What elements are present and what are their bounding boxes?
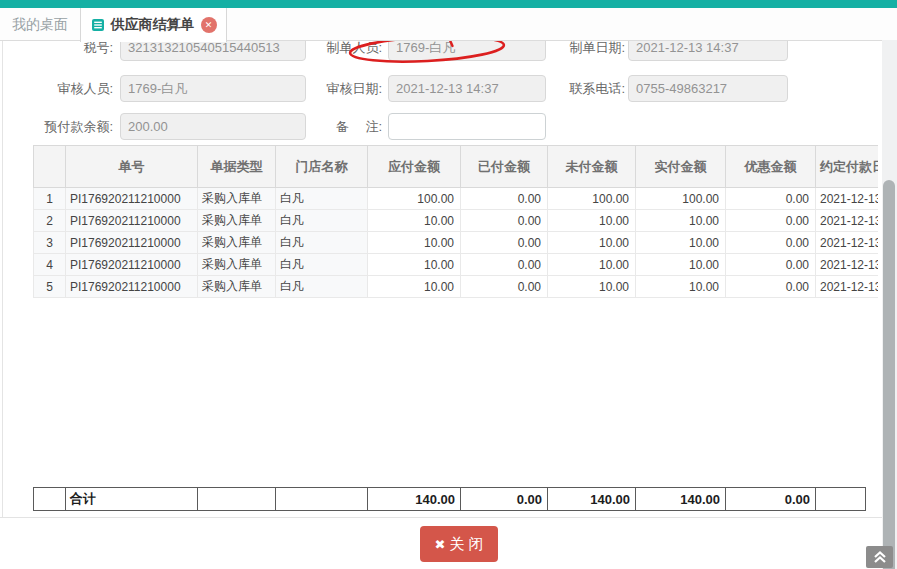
supplier-settlement-window: 我的桌面 供应商结算单 ✕ 税号: 制单人员: 制单日期: 审核人员: 审核日期… xyxy=(0,0,897,569)
col-agreed-date: 约定付款日期 xyxy=(816,146,879,188)
double-chevron-up-icon xyxy=(872,550,888,564)
footer-bar: ✖ 关 闭 xyxy=(0,517,897,569)
document-list-icon xyxy=(91,18,105,32)
close-button-label: 关 闭 xyxy=(449,535,483,554)
col-bill-no: 单号 xyxy=(66,146,198,188)
total-payable: 140.00 xyxy=(368,488,461,511)
col-store: 门店名称 xyxy=(276,146,368,188)
auditor-field[interactable] xyxy=(120,75,306,102)
prepaid-balance-label: 预付款余额: xyxy=(20,113,113,140)
total-paid: 0.00 xyxy=(461,488,548,511)
audit-date-label: 审核日期: xyxy=(300,75,382,102)
tab-close-icon[interactable]: ✕ xyxy=(201,17,217,33)
tab-supplier-settlement[interactable]: 供应商结算单 ✕ xyxy=(80,8,227,42)
tab-label: 供应商结算单 xyxy=(111,16,195,34)
col-discount: 优惠金额 xyxy=(726,146,816,188)
table-row[interactable]: 4 PI176920211210000 采购入库单 白凡 10.00 0.00 … xyxy=(34,254,879,276)
col-bill-type: 单据类型 xyxy=(198,146,276,188)
col-unpaid: 未付金额 xyxy=(548,146,636,188)
scrollbar-thumb[interactable] xyxy=(883,180,895,569)
top-accent-bar xyxy=(0,0,897,8)
auditor-label: 审核人员: xyxy=(20,75,113,102)
total-discount: 0.00 xyxy=(726,488,816,511)
table-row[interactable]: 1 PI176920211210000 采购入库单 白凡 100.00 0.00… xyxy=(34,188,879,210)
totals-row: 合计 140.00 0.00 140.00 140.00 0.00 xyxy=(33,487,875,513)
col-payable: 应付金额 xyxy=(368,146,461,188)
col-paid: 已付金额 xyxy=(461,146,548,188)
settlement-table: 单号 单据类型 门店名称 应付金额 已付金额 未付金额 实付金额 优惠金额 约定… xyxy=(33,145,878,303)
col-rownum xyxy=(34,146,66,188)
table-row[interactable]: 2 PI176920211210000 采购入库单 白凡 10.00 0.00 … xyxy=(34,210,879,232)
close-x-icon: ✖ xyxy=(434,537,445,552)
totals-label: 合计 xyxy=(66,488,198,511)
scroll-to-top-button[interactable] xyxy=(866,546,893,568)
remark-input[interactable] xyxy=(388,113,546,140)
total-unpaid: 140.00 xyxy=(548,488,636,511)
tab-bar: 我的桌面 供应商结算单 ✕ xyxy=(0,8,897,41)
total-actual: 140.00 xyxy=(636,488,726,511)
remark-label: 备 注: xyxy=(300,113,382,140)
close-button[interactable]: ✖ 关 闭 xyxy=(420,526,498,562)
table-row[interactable]: 5 PI176920211210000 采购入库单 白凡 10.00 0.00 … xyxy=(34,276,879,298)
phone-label: 联系电话: xyxy=(535,75,625,102)
col-actual: 实付金额 xyxy=(636,146,726,188)
tab-my-desktop[interactable]: 我的桌面 xyxy=(0,8,80,41)
vertical-scrollbar[interactable] xyxy=(882,40,897,569)
table-row[interactable]: 3 PI176920211210000 采购入库单 白凡 10.00 0.00 … xyxy=(34,232,879,254)
table-header-row: 单号 单据类型 门店名称 应付金额 已付金额 未付金额 实付金额 优惠金额 约定… xyxy=(34,146,879,188)
audit-date-field[interactable] xyxy=(388,75,546,102)
prepaid-balance-field[interactable] xyxy=(120,113,306,140)
panel-border xyxy=(2,41,3,517)
phone-field[interactable] xyxy=(628,75,788,102)
